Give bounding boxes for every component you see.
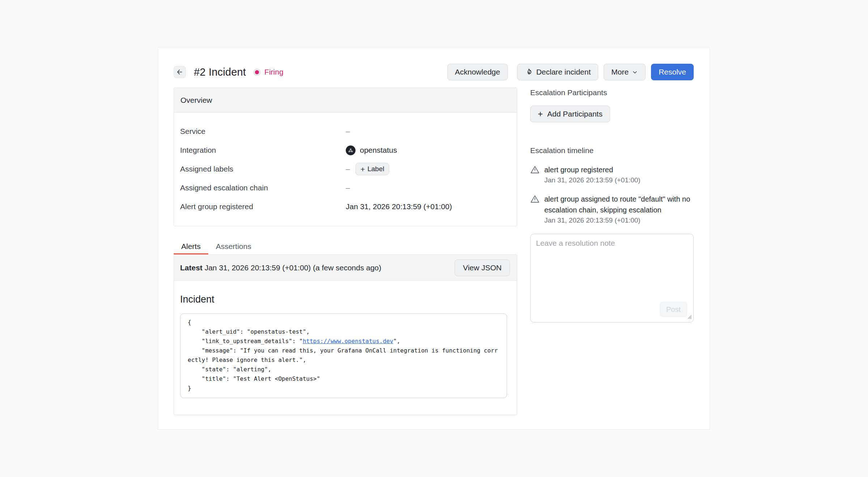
json-line-link: "link_to_upstream_details": "https://www…	[188, 337, 499, 346]
timeline-item-text: alert group assigned to route "default" …	[544, 194, 694, 215]
registered-value: Jan 31, 2026 20:13:59 (+01:00)	[346, 202, 452, 211]
post-note-button[interactable]: Post	[660, 302, 687, 317]
participants-title: Escalation Participants	[530, 88, 694, 98]
resolution-note-box: Post	[530, 234, 694, 322]
assigned-labels-label: Assigned labels	[180, 165, 346, 173]
latest-timestamp: Jan 31, 2026 20:13:59 (+01:00) (a few se…	[203, 263, 381, 272]
json-line: "message": "If you can read this, your G…	[188, 346, 499, 365]
alerts-panel: Latest Jan 31, 2026 20:13:59 (+01:00) (a…	[174, 254, 517, 415]
status-badge-label: Firing	[264, 68, 284, 76]
json-line: "title": "Test Alert <OpenStatus>"	[188, 374, 499, 384]
integration-value[interactable]: openstatus	[360, 146, 397, 155]
escalation-timeline: alert group registered Jan 31, 2026 20:1…	[530, 164, 694, 224]
more-label: More	[611, 68, 629, 76]
escalation-chain-value: –	[346, 183, 350, 192]
plus-icon: +	[361, 165, 365, 173]
timeline-item-timestamp: Jan 31, 2026 20:13:59 (+01:00)	[544, 216, 694, 224]
json-link-suffix: ",	[393, 338, 400, 345]
overview-row-assigned-labels: Assigned labels – + Label	[174, 160, 517, 178]
timeline-item-timestamp: Jan 31, 2026 20:13:59 (+01:00)	[544, 176, 641, 184]
overview-row-service: Service –	[174, 122, 517, 141]
alert-payload-json: { "alert_uid": "openstatus-test", "link_…	[180, 313, 507, 398]
assigned-labels-value: –	[346, 165, 350, 173]
timeline-item-text: alert group registered	[544, 164, 641, 175]
upstream-details-link[interactable]: https://www.openstatus.dev	[303, 338, 393, 345]
overview-panel-title: Overview	[174, 88, 517, 113]
registered-label: Alert group registered	[180, 202, 346, 211]
incident-heading: Incident	[180, 294, 511, 305]
declare-incident-button[interactable]: Declare incident	[517, 64, 599, 80]
chevron-down-icon	[632, 69, 638, 75]
acknowledge-button[interactable]: Acknowledge	[447, 64, 508, 80]
arrow-left-icon	[176, 68, 183, 76]
json-line: "alert_uid": "openstatus-test",	[188, 327, 499, 337]
latest-label: Latest	[180, 263, 203, 272]
service-value: –	[346, 127, 350, 136]
resize-grip-icon[interactable]	[686, 314, 692, 321]
warning-triangle-icon	[530, 194, 540, 205]
page-header: #2 Incident Firing Acknowledge Declare i…	[174, 64, 694, 80]
overview-row-registered: Alert group registered Jan 31, 2026 20:1…	[174, 197, 517, 216]
webhook-integration-icon	[346, 145, 356, 155]
status-badge: Firing	[253, 68, 284, 76]
latest-alert-text: Latest Jan 31, 2026 20:13:59 (+01:00) (a…	[180, 263, 381, 272]
overview-row-escalation-chain: Assigned escalation chain –	[174, 178, 517, 197]
fire-icon	[525, 68, 533, 76]
json-line: }	[188, 384, 499, 393]
json-link-prefix: "link_to_upstream_details": "	[188, 338, 303, 345]
overview-panel: Overview Service – Integration openstatu…	[174, 88, 517, 226]
overview-row-integration: Integration openstatus	[174, 141, 517, 160]
back-button[interactable]	[174, 66, 186, 78]
add-participants-label: Add Participants	[547, 110, 603, 118]
add-participants-button[interactable]: + Add Participants	[530, 106, 610, 122]
json-line: "state": "alerting",	[188, 365, 499, 374]
json-line: {	[188, 318, 499, 327]
more-button[interactable]: More	[604, 64, 646, 80]
latest-alert-bar: Latest Jan 31, 2026 20:13:59 (+01:00) (a…	[174, 255, 517, 281]
plus-icon: +	[538, 110, 543, 118]
page-title: #2 Incident	[194, 66, 246, 78]
tab-assertions[interactable]: Assertions	[208, 240, 259, 253]
timeline-title: Escalation timeline	[530, 145, 694, 156]
view-json-button[interactable]: View JSON	[455, 259, 510, 276]
timeline-item: alert group registered Jan 31, 2026 20:1…	[530, 164, 694, 184]
firing-dot-icon	[253, 68, 261, 76]
resolve-button[interactable]: Resolve	[651, 64, 694, 80]
service-label: Service	[180, 127, 346, 136]
alert-tabs: Alerts Assertions	[174, 240, 517, 253]
warning-triangle-icon	[530, 165, 540, 176]
integration-label: Integration	[180, 146, 346, 155]
timeline-item: alert group assigned to route "default" …	[530, 194, 694, 224]
add-label-button-label: Label	[367, 165, 384, 173]
declare-incident-label: Declare incident	[536, 68, 591, 76]
escalation-chain-label: Assigned escalation chain	[180, 183, 346, 192]
incident-page-card: #2 Incident Firing Acknowledge Declare i…	[158, 47, 710, 430]
add-label-button[interactable]: + Label	[356, 163, 390, 175]
tab-alerts[interactable]: Alerts	[174, 240, 208, 253]
escalation-sidebar: Escalation Participants + Add Participan…	[530, 88, 694, 415]
